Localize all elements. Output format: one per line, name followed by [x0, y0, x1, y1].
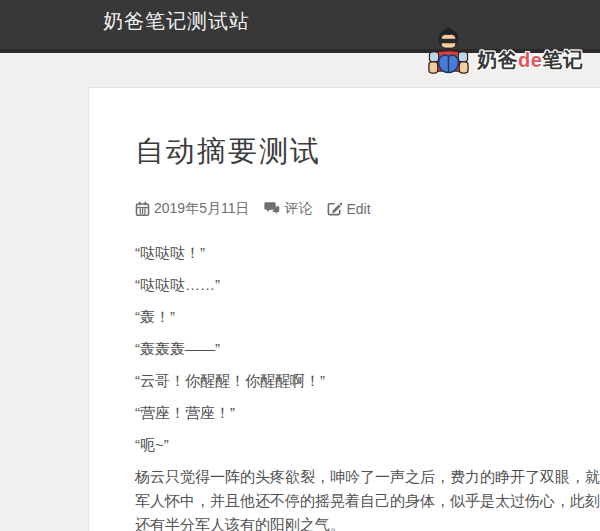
article-title: 自动摘要测试	[135, 133, 600, 171]
text-line: 杨云只觉得一阵的头疼欲裂，呻吟了一声之后，费力的睁开了双眼，就看到自己	[135, 465, 600, 489]
logo-text-accent: de	[518, 49, 542, 71]
comments-link-label: 评论	[284, 200, 312, 218]
paragraph: “轰！”	[135, 305, 600, 329]
post-date-text: 2019年5月11日	[154, 200, 249, 218]
paragraph: “营座！营座！”	[135, 401, 600, 425]
edit-icon	[327, 201, 342, 216]
comments-icon	[264, 201, 280, 216]
article-card: 自动摘要测试 2019年5月11日 评论	[88, 87, 600, 531]
site-logo[interactable]: 奶爸de笔记	[426, 26, 583, 79]
paragraph: 杨云只觉得一阵的头疼欲裂，呻吟了一声之后，费力的睁开了双眼，就看到自己军人怀中，…	[135, 465, 600, 531]
site-title-link[interactable]: 奶爸笔记测试站	[103, 10, 250, 32]
daddy-avatar-icon	[426, 26, 471, 79]
logo-wordmark: 奶爸de笔记	[477, 47, 583, 74]
edit-link-label: Edit	[346, 201, 370, 217]
logo-text-after: 笔记	[542, 49, 583, 71]
article-meta: 2019年5月11日 评论 Edit	[135, 200, 600, 218]
post-date: 2019年5月11日	[135, 200, 249, 218]
logo-text-before: 奶爸	[477, 49, 518, 71]
article-content: “哒哒哒！”“哒哒哒……”“轰！”“轰轰轰——”“云哥！你醒醒！你醒醒啊！”“营…	[135, 241, 600, 531]
paragraph: “哒哒哒……”	[135, 273, 600, 297]
paragraph: “哒哒哒！”	[135, 241, 600, 265]
comments-link[interactable]: 评论	[264, 200, 312, 218]
paragraph: “轰轰轰——”	[135, 337, 600, 361]
edit-link[interactable]: Edit	[327, 201, 370, 217]
paragraph: “呃~”	[135, 433, 600, 457]
text-line: 军人怀中，并且他还不停的摇晃着自己的身体，似乎是太过伤心，此刻的他早已	[135, 489, 600, 513]
text-line: 还有半分军人该有的阳刚之气。	[135, 513, 600, 531]
calendar-icon	[135, 201, 150, 217]
paragraph: “云哥！你醒醒！你醒醒啊！”	[135, 369, 600, 393]
